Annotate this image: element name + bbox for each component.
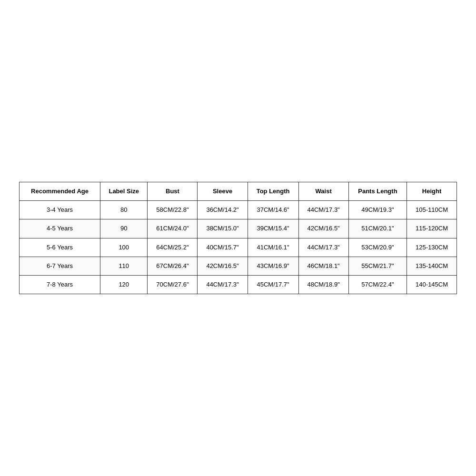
cell-pants-length: 55CM/21.7" xyxy=(348,257,407,275)
header-waist: Waist xyxy=(298,182,348,200)
cell-pants-length: 49CM/19.3" xyxy=(348,201,407,219)
table-row: 3-4 Years8058CM/22.8"36CM/14.2"37CM/14.6… xyxy=(20,201,457,219)
cell-age: 7-8 Years xyxy=(20,275,100,294)
cell-height: 105-110CM xyxy=(407,201,457,219)
cell-bust: 61CM/24.0" xyxy=(148,219,198,238)
cell-label-size: 110 xyxy=(100,257,148,275)
cell-pants-length: 53CM/20.9" xyxy=(348,238,407,257)
header-sleeve: Sleeve xyxy=(198,182,248,200)
cell-sleeve: 44CM/17.3" xyxy=(198,275,248,294)
cell-top-length: 43CM/16.9" xyxy=(248,257,298,275)
cell-waist: 48CM/18.9" xyxy=(298,275,348,294)
header-height: Height xyxy=(407,182,457,200)
cell-top-length: 39CM/15.4" xyxy=(248,219,298,238)
cell-top-length: 37CM/14.6" xyxy=(248,201,298,219)
cell-pants-length: 57CM/22.4" xyxy=(348,275,407,294)
cell-label-size: 90 xyxy=(100,219,148,238)
cell-height: 125-130CM xyxy=(407,238,457,257)
header-row: Recommended Age Label Size Bust Sleeve T… xyxy=(20,182,457,200)
cell-age: 4-5 Years xyxy=(20,219,100,238)
cell-label-size: 100 xyxy=(100,238,148,257)
cell-top-length: 45CM/17.7" xyxy=(248,275,298,294)
cell-sleeve: 40CM/15.7" xyxy=(198,238,248,257)
cell-sleeve: 42CM/16.5" xyxy=(198,257,248,275)
cell-bust: 64CM/25.2" xyxy=(148,238,198,257)
cell-age: 3-4 Years xyxy=(20,201,100,219)
header-label-size: Label Size xyxy=(100,182,148,200)
cell-sleeve: 38CM/15.0" xyxy=(198,219,248,238)
cell-sleeve: 36CM/14.2" xyxy=(198,201,248,219)
table-row: 4-5 Years9061CM/24.0"38CM/15.0"39CM/15.4… xyxy=(20,219,457,238)
cell-waist: 42CM/16.5" xyxy=(298,219,348,238)
cell-age: 5-6 Years xyxy=(20,238,100,257)
cell-waist: 46CM/18.1" xyxy=(298,257,348,275)
cell-height: 140-145CM xyxy=(407,275,457,294)
cell-bust: 58CM/22.8" xyxy=(148,201,198,219)
header-bust: Bust xyxy=(148,182,198,200)
cell-label-size: 80 xyxy=(100,201,148,219)
cell-height: 115-120CM xyxy=(407,219,457,238)
page-container: Recommended Age Label Size Bust Sleeve T… xyxy=(19,182,457,294)
cell-top-length: 41CM/16.1" xyxy=(248,238,298,257)
table-row: 6-7 Years11067CM/26.4"42CM/16.5"43CM/16.… xyxy=(20,257,457,275)
cell-age: 6-7 Years xyxy=(20,257,100,275)
cell-waist: 44CM/17.3" xyxy=(298,238,348,257)
table-row: 7-8 Years12070CM/27.6"44CM/17.3"45CM/17.… xyxy=(20,275,457,294)
cell-bust: 70CM/27.6" xyxy=(148,275,198,294)
cell-waist: 44CM/17.3" xyxy=(298,201,348,219)
cell-label-size: 120 xyxy=(100,275,148,294)
header-recommended-age: Recommended Age xyxy=(20,182,100,200)
cell-pants-length: 51CM/20.1" xyxy=(348,219,407,238)
header-top-length: Top Length xyxy=(248,182,298,200)
table-row: 5-6 Years10064CM/25.2"40CM/15.7"41CM/16.… xyxy=(20,238,457,257)
size-chart-table: Recommended Age Label Size Bust Sleeve T… xyxy=(19,182,457,294)
cell-bust: 67CM/26.4" xyxy=(148,257,198,275)
header-pants-length: Pants Length xyxy=(348,182,407,200)
cell-height: 135-140CM xyxy=(407,257,457,275)
